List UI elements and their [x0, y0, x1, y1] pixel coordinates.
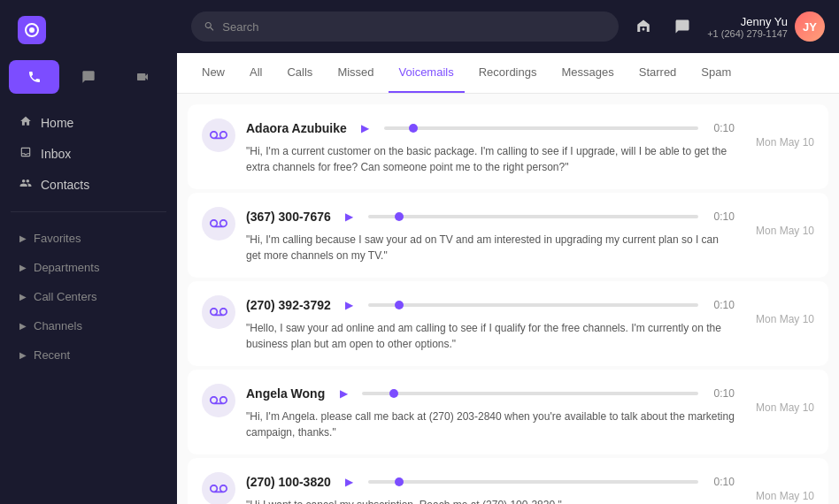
vm-name: (270) 392-3792: [246, 298, 331, 312]
sidebar-section-channels[interactable]: ▶ Channels: [9, 312, 168, 340]
home-icon: [19, 115, 32, 130]
search-bar[interactable]: [191, 11, 619, 42]
vm-name: (367) 300-7676: [246, 210, 331, 224]
chevron-icon: ▶: [19, 233, 27, 243]
sidebar-section-call-centers[interactable]: ▶ Call Centers: [9, 283, 168, 310]
vm-header-row: Adaora Azubuike ▶ 0:10: [246, 118, 735, 138]
sidebar-section-favorites[interactable]: ▶ Favorites: [9, 225, 168, 252]
main-area: Jenny Yu +1 (264) 279-1147 JY New All Ca…: [177, 0, 839, 504]
sidebar-section-recent[interactable]: ▶ Recent: [9, 341, 168, 369]
chevron-icon: ▶: [19, 292, 27, 302]
chevron-icon: ▶: [19, 263, 27, 272]
sidebar-section-channels-label: Channels: [34, 319, 82, 332]
tab-new[interactable]: New: [191, 53, 235, 93]
voicemail-icon: [210, 392, 227, 409]
tab-missed[interactable]: Missed: [327, 53, 384, 93]
voicemail-item: Adaora Azubuike ▶ 0:10 "Hi, I'm a curren…: [188, 104, 828, 189]
vm-name: Adaora Azubuike: [246, 121, 347, 135]
sidebar-item-inbox-label: Inbox: [41, 147, 71, 161]
vm-body: Adaora Azubuike ▶ 0:10 "Hi, I'm a curren…: [246, 118, 735, 175]
vm-body: (270) 100-3820 ▶ 0:10 "Hi I want to canc…: [246, 472, 735, 504]
vm-play-button[interactable]: ▶: [340, 207, 359, 226]
sidebar-section-departments[interactable]: ▶ Departments: [9, 254, 168, 281]
vm-waveform[interactable]: [368, 480, 698, 484]
vm-waveform[interactable]: [368, 303, 698, 307]
vm-play-button[interactable]: ▶: [340, 472, 359, 492]
vm-avatar: [202, 207, 235, 241]
header: Jenny Yu +1 (264) 279-1147 JY: [177, 0, 839, 53]
vm-body: Angela Wong ▶ 0:10 "Hi, I'm Angela. plea…: [246, 384, 735, 440]
vm-avatar: [202, 384, 235, 417]
tab-video[interactable]: [118, 60, 168, 94]
search-icon: [204, 20, 215, 33]
svg-point-1: [29, 27, 35, 33]
sidebar-item-inbox[interactable]: Inbox: [9, 139, 168, 168]
sidebar-item-contacts[interactable]: Contacts: [9, 170, 168, 199]
vm-header-row: (270) 100-3820 ▶ 0:10: [246, 472, 735, 492]
user-info[interactable]: Jenny Yu +1 (264) 279-1147 JY: [707, 11, 825, 42]
vm-duration: 0:10: [714, 299, 735, 311]
sidebar-section-callcenters-label: Call Centers: [34, 290, 97, 303]
sidebar-item-home[interactable]: Home: [9, 108, 168, 137]
tab-spam[interactable]: Spam: [690, 53, 742, 93]
vm-body: (270) 392-3792 ▶ 0:10 "Hello, I saw your…: [246, 295, 735, 352]
voicemail-item: Angela Wong ▶ 0:10 "Hi, I'm Angela. plea…: [188, 370, 828, 454]
vm-playhead: [409, 124, 418, 133]
contacts-icon: [19, 177, 32, 192]
vm-header-row: (270) 392-3792 ▶ 0:10: [246, 295, 735, 315]
vm-play-button[interactable]: ▶: [340, 295, 359, 315]
vm-playhead: [395, 301, 404, 309]
sidebar-sections: ▶ Favorites ▶ Departments ▶ Call Centers…: [0, 218, 177, 376]
tab-starred[interactable]: Starred: [628, 53, 688, 93]
sidebar-item-contacts-label: Contacts: [41, 178, 89, 192]
voicemail-icon: [210, 215, 227, 233]
vm-playhead: [389, 389, 398, 398]
sidebar-item-home-label: Home: [41, 116, 73, 130]
user-phone: +1 (264) 279-1147: [707, 28, 788, 39]
voicemail-icon: [210, 126, 227, 144]
sidebar-tabs: [0, 60, 177, 94]
vm-name: (270) 100-3820: [246, 475, 331, 489]
notification-button[interactable]: [629, 12, 658, 41]
tab-voicemails[interactable]: Voicemails: [389, 53, 465, 93]
voicemail-item: (270) 100-3820 ▶ 0:10 "Hi I want to canc…: [188, 458, 828, 504]
sidebar: Home Inbox Contacts ▶ Favorites ▶ Depart…: [0, 0, 177, 504]
vm-waveform[interactable]: [368, 215, 698, 218]
messages-button[interactable]: [668, 12, 697, 41]
vm-name: Angela Wong: [246, 386, 325, 401]
chevron-icon: ▶: [19, 321, 27, 331]
tab-chat[interactable]: [63, 60, 113, 94]
vm-header-row: Angela Wong ▶ 0:10: [246, 384, 735, 403]
vm-avatar: [202, 118, 235, 152]
vm-avatar: [202, 472, 235, 504]
vm-duration: 0:10: [714, 210, 735, 223]
tab-recordings[interactable]: Recordings: [468, 53, 548, 93]
vm-play-button[interactable]: ▶: [356, 118, 375, 138]
logo-area: [0, 0, 177, 60]
vm-playhead: [395, 477, 404, 486]
vm-playhead: [395, 212, 404, 221]
user-text: Jenny Yu +1 (264) 279-1147: [707, 15, 788, 39]
vm-avatar: [202, 295, 235, 329]
vm-date: Mon May 10: [756, 225, 814, 237]
search-input[interactable]: [222, 20, 606, 34]
user-name: Jenny Yu: [707, 15, 788, 28]
sidebar-divider-1: [11, 211, 166, 212]
voicemail-item: (367) 300-7676 ▶ 0:10 "Hi, I'm calling b…: [188, 193, 828, 278]
avatar: JY: [795, 11, 825, 42]
tabs-bar: New All Calls Missed Voicemails Recordin…: [177, 53, 839, 94]
voicemail-icon: [210, 303, 227, 321]
tab-all[interactable]: All: [239, 53, 273, 93]
vm-waveform[interactable]: [362, 392, 697, 395]
tab-calls[interactable]: Calls: [276, 53, 323, 93]
vm-date: Mon May 10: [756, 313, 814, 325]
vm-body: (367) 300-7676 ▶ 0:10 "Hi, I'm calling b…: [246, 207, 735, 263]
app-logo: [18, 16, 46, 44]
tab-messages[interactable]: Messages: [550, 53, 624, 93]
vm-play-button[interactable]: ▶: [334, 384, 353, 403]
tab-phone[interactable]: [9, 60, 59, 94]
chevron-icon: ▶: [19, 350, 27, 360]
vm-waveform[interactable]: [384, 126, 698, 130]
vm-message: "Hi I want to cancel my subscription. Re…: [246, 497, 735, 504]
voicemail-icon: [210, 480, 227, 498]
